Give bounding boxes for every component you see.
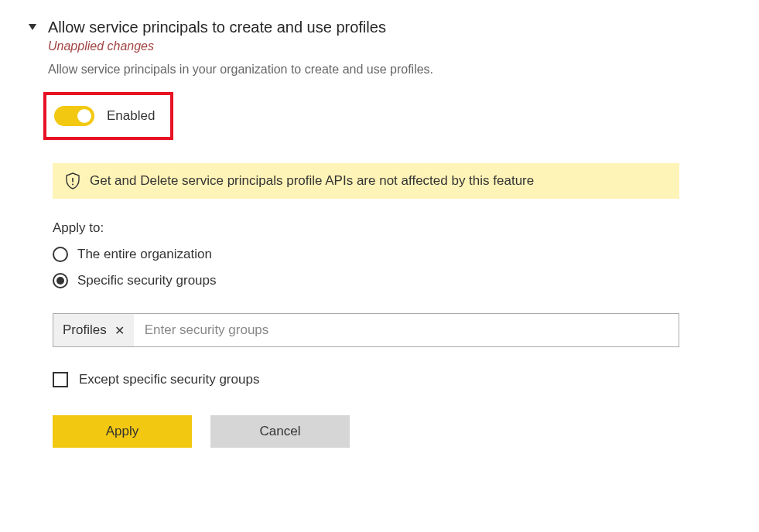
shield-warning-icon [65,172,80,189]
radio-selected-icon [56,277,64,285]
tag-label: Profiles [63,322,107,338]
enabled-toggle[interactable] [54,106,94,126]
toggle-knob [77,109,91,123]
enabled-toggle-label: Enabled [107,108,155,124]
checkbox-icon [53,372,68,387]
svg-point-1 [72,184,74,186]
checkbox-label: Except specific security groups [79,372,259,387]
warning-text: Get and Delete service principals profil… [90,173,534,189]
radio-icon [53,247,68,262]
warning-banner: Get and Delete service principals profil… [53,163,679,199]
apply-to-label: Apply to: [53,220,759,236]
security-group-tag: Profiles ✕ [53,314,134,346]
radio-icon [53,273,68,288]
setting-description: Allow service principals in your organiz… [48,63,433,77]
apply-button[interactable]: Apply [53,415,192,448]
setting-title: Allow service principals to create and u… [48,19,433,36]
radio-label: The entire organization [77,247,212,262]
except-security-groups-checkbox-row[interactable]: Except specific security groups [53,372,759,387]
security-groups-input-container[interactable]: Profiles ✕ [53,313,679,347]
security-groups-input[interactable] [134,314,679,346]
unapplied-changes-label: Unapplied changes [48,39,433,53]
enabled-toggle-highlight: Enabled [43,92,173,140]
radio-label: Specific security groups [77,273,217,288]
collapse-chevron-icon[interactable] [29,24,36,30]
cancel-button[interactable]: Cancel [210,415,350,448]
remove-tag-icon[interactable]: ✕ [115,323,125,338]
radio-entire-organization[interactable]: The entire organization [53,247,759,262]
radio-specific-security-groups[interactable]: Specific security groups [53,273,759,288]
